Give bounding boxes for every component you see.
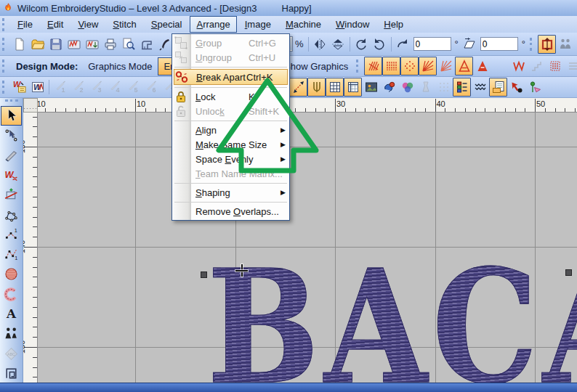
applique-fill-button[interactable] [473,57,491,75]
menu-item-space-evenly[interactable]: Space Evenly▶ [172,152,289,166]
show-vectors-button[interactable] [416,78,435,97]
step-stitch-button[interactable] [528,57,546,75]
slow-redraw-button[interactable] [507,78,525,97]
toolbar-grip-icon[interactable] [2,18,7,31]
send-to-stitch-machine-button[interactable] [137,35,156,54]
toolbar-grip-icon[interactable] [2,60,7,73]
menubar-item-view[interactable]: View [71,16,105,33]
toolbar-grip-icon[interactable] [2,81,7,94]
needle-1-button[interactable]: 1 [52,78,70,97]
selection-handle[interactable] [565,269,572,276]
color-wheel-button[interactable] [398,78,416,97]
show-objects-button[interactable] [380,78,398,97]
menubar-item-file[interactable]: File [11,16,39,33]
rotate-cw-45-button[interactable] [371,35,389,54]
column-shape-tool[interactable] [1,285,22,304]
menubar-item-help[interactable]: Help [377,16,410,33]
digitize-shape-tool[interactable] [1,205,22,224]
needle-4-button[interactable]: 4 [106,78,124,97]
complex-fill-tool[interactable] [1,264,22,284]
menubar-item-machine[interactable]: Machine [279,16,328,33]
zigzag-stitch-button[interactable] [509,57,528,75]
menu-item-align[interactable]: Align▶ [172,123,289,137]
embroidery-lettering[interactable]: BACA [207,249,577,383]
needle-6-button[interactable]: 6 [142,78,161,97]
menubar-item-window[interactable]: Window [329,16,376,33]
new-design-button[interactable] [10,35,28,54]
stitch-film-button[interactable]: W [28,78,47,97]
menubar-item-image[interactable]: Image [238,16,278,33]
print-preview-button[interactable] [119,35,137,54]
show-needle-points-toggle[interactable] [307,78,326,97]
menu-item-remove-overlaps[interactable]: Remove Overlaps... [172,204,289,219]
toolbar-grip-icon[interactable] [356,60,361,73]
tatami-stitch-toggle[interactable] [382,57,400,75]
menu-item-lock[interactable]: LockK [172,89,289,104]
line-fill-button[interactable] [564,57,577,75]
lettering-tool[interactable]: A [1,304,22,324]
show-grid-toggle[interactable] [326,78,344,97]
run-stitch-tool[interactable]: 1 [1,225,22,245]
monogramming-tool[interactable]: ABC [1,343,22,363]
menu-item-shaping[interactable]: Shaping▶ [172,185,289,200]
triple-run-tool[interactable]: 1 [1,245,22,264]
menu-item-team-name-matrix[interactable]: Team Name Matrix... [172,166,289,181]
rotate-ccw-45-button[interactable] [352,35,371,54]
color-film-toggle[interactable] [453,78,471,97]
design-canvas[interactable]: BACA [38,113,577,383]
stitch-list-button[interactable]: W [10,78,28,97]
contour-stitch-button[interactable] [491,57,509,75]
needle-3-button[interactable]: 3 [88,78,106,97]
overview-window-toggle[interactable] [489,78,507,97]
skew-degrees-input[interactable] [480,37,518,51]
toolbar-grip-icon[interactable] [530,38,535,51]
morphing-effect-button[interactable] [525,78,544,97]
selection-handle[interactable] [201,271,207,278]
show-bitmap-button[interactable] [362,78,380,97]
needle-2-button[interactable]: 2 [70,78,88,97]
select-tool[interactable] [1,106,22,126]
menubar-item-edit[interactable]: Edit [41,16,70,33]
rotate-degrees-input[interactable] [413,37,451,51]
menu-item-group[interactable]: GroupCtrl+G [172,36,289,50]
menubar-item-arrange[interactable]: Arrange [190,16,236,33]
pattern-fill-button[interactable] [546,57,564,75]
knife-tool[interactable] [1,145,22,165]
open-design-button[interactable] [28,35,47,54]
graphics-mode-button[interactable]: Graphics Mode [82,57,158,75]
fancy-fill-toggle[interactable] [419,57,437,75]
stitch-view-button[interactable] [471,78,489,97]
menu-item-make-same-size[interactable]: Make Same Size▶ [172,137,289,152]
reshape-tool[interactable] [1,126,22,145]
mirror-vertical-button[interactable] [329,35,347,54]
ruler-origin-button[interactable]: ····· [23,98,38,113]
freehand-embroidery-tool[interactable]: W [1,166,22,185]
save-design-button[interactable] [47,35,65,54]
toolbar-grip-icon[interactable] [5,99,18,105]
satin-stitch-toggle[interactable] [364,57,382,75]
auto-digitizer-tool[interactable] [1,185,22,205]
applique-outline-toggle[interactable] [455,57,473,75]
show-connectors-toggle[interactable] [289,78,307,97]
motif-fill-toggle[interactable] [400,57,419,75]
mirror-horizontal-button[interactable] [311,35,329,54]
show-outlines-button[interactable] [435,78,453,97]
horizontal-scrollbar[interactable] [0,383,577,392]
hoop-display-toggle[interactable] [538,35,556,54]
show-guides-toggle[interactable] [344,78,362,97]
menubar-item-stitch[interactable]: Stitch [106,16,143,33]
menu-item-unlock[interactable]: UnlockShift+K [172,104,289,118]
write-to-machine-button[interactable] [65,35,83,54]
menu-item-break-apart[interactable]: Break ApartCtrl+K [174,69,288,85]
radial-fill-button[interactable] [437,57,455,75]
needle-5-button[interactable]: 5 [124,78,142,97]
read-from-machine-button[interactable] [83,35,101,54]
border-tool[interactable] [1,364,22,383]
menubar-item-special[interactable]: Special [145,16,189,33]
menu-item-ungroup[interactable]: UngroupCtrl+U [172,50,289,65]
title-bar[interactable]: Wilcom EmbroideryStudio – Level 3 Advanc… [0,0,577,17]
team-names-tool[interactable] [1,324,22,343]
toolbar-grip-icon[interactable] [2,38,7,51]
team-layout-button[interactable] [556,35,574,54]
print-button[interactable] [101,35,119,54]
